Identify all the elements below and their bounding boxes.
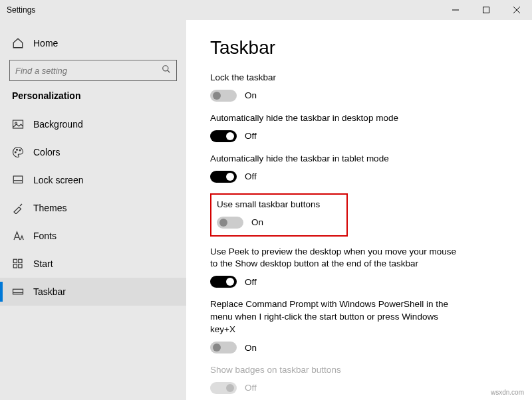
- sidebar-item-lockscreen[interactable]: Lock screen: [0, 166, 186, 194]
- window-title: Settings: [7, 5, 440, 15]
- toggle-state: Off: [245, 131, 257, 141]
- sidebar-item-label: Taskbar: [33, 286, 66, 297]
- search-field[interactable]: [15, 66, 162, 76]
- toggle-autohide-tablet[interactable]: [210, 171, 237, 183]
- setting-lock-taskbar: Lock the taskbar On: [210, 72, 508, 102]
- setting-label: Automatically hide the taskbar in deskto…: [210, 112, 456, 125]
- themes-icon: [12, 202, 24, 214]
- svg-point-4: [163, 66, 168, 71]
- svg-rect-15: [19, 259, 22, 262]
- fonts-icon: [12, 230, 24, 242]
- sidebar: Home Personalization Background Colors: [0, 20, 186, 400]
- sidebar-item-colors[interactable]: Colors: [0, 138, 186, 166]
- sidebar-item-label: Themes: [33, 203, 67, 213]
- palette-icon: [12, 146, 24, 158]
- setting-label: Automatically hide the taskbar in tablet…: [210, 153, 456, 165]
- sidebar-item-themes[interactable]: Themes: [0, 194, 186, 222]
- svg-line-5: [168, 70, 170, 73]
- lockscreen-icon: [12, 174, 24, 186]
- toggle-state: Off: [245, 171, 257, 181]
- setting-label: Replace Command Prompt with Windows Powe…: [210, 298, 456, 336]
- svg-rect-16: [13, 264, 17, 268]
- svg-rect-14: [13, 259, 17, 262]
- sidebar-item-taskbar[interactable]: Taskbar: [0, 278, 186, 306]
- window-controls: [440, 0, 532, 20]
- sidebar-item-background[interactable]: Background: [0, 110, 186, 138]
- picture-icon: [12, 118, 24, 130]
- toggle-small-buttons[interactable]: [217, 217, 243, 229]
- page-title: Taskbar: [210, 37, 508, 58]
- toggle-powershell[interactable]: [210, 342, 237, 353]
- start-icon: [12, 258, 24, 270]
- toggle-state: On: [245, 90, 257, 100]
- toggle-badges: [210, 382, 237, 394]
- titlebar: Settings: [0, 0, 532, 20]
- search-icon: [162, 64, 171, 76]
- toggle-state: Off: [245, 383, 257, 393]
- toggle-peek[interactable]: [210, 276, 237, 288]
- home-icon: [12, 37, 24, 49]
- search-input[interactable]: [9, 60, 177, 81]
- svg-point-10: [19, 150, 21, 151]
- sidebar-item-fonts[interactable]: Fonts: [0, 222, 186, 250]
- toggle-state: On: [245, 343, 257, 353]
- toggle-autohide-desktop[interactable]: [210, 130, 237, 142]
- svg-rect-17: [19, 264, 22, 268]
- watermark: wsxdn.com: [491, 389, 524, 396]
- sidebar-item-label: Background: [33, 119, 83, 130]
- sidebar-item-start[interactable]: Start: [0, 250, 186, 278]
- sidebar-item-label: Lock screen: [33, 175, 83, 185]
- svg-rect-11: [13, 176, 23, 183]
- sidebar-item-label: Start: [33, 258, 53, 269]
- setting-label: Use Peek to preview the desktop when you…: [210, 246, 456, 271]
- svg-rect-18: [13, 289, 23, 294]
- toggle-state: Off: [245, 277, 257, 287]
- setting-label: Use small taskbar buttons: [217, 199, 320, 211]
- home-label: Home: [33, 38, 58, 49]
- setting-small-buttons: Use small taskbar buttons On: [217, 199, 320, 229]
- setting-badges: Show badges on taskbar buttons Off: [210, 364, 508, 394]
- setting-autohide-desktop: Automatically hide the taskbar in deskto…: [210, 112, 508, 142]
- svg-point-8: [15, 151, 16, 153]
- minimize-button[interactable]: [440, 0, 471, 20]
- svg-point-9: [17, 149, 18, 150]
- toggle-state: On: [251, 217, 263, 227]
- maximize-button[interactable]: [471, 0, 501, 20]
- setting-powershell: Replace Command Prompt with Windows Powe…: [210, 298, 508, 353]
- sidebar-item-label: Fonts: [33, 231, 57, 241]
- setting-label: Show badges on taskbar buttons: [210, 364, 456, 377]
- main-content: Taskbar Lock the taskbar On Automaticall…: [186, 20, 532, 400]
- close-button[interactable]: [501, 0, 532, 20]
- highlight-small-buttons: Use small taskbar buttons On: [210, 193, 348, 237]
- sidebar-item-label: Colors: [33, 147, 60, 157]
- toggle-lock-taskbar[interactable]: [210, 90, 237, 102]
- taskbar-icon: [12, 286, 24, 298]
- home-button[interactable]: Home: [0, 31, 186, 56]
- setting-peek: Use Peek to preview the desktop when you…: [210, 246, 508, 288]
- setting-label: Lock the taskbar: [210, 72, 456, 84]
- svg-rect-1: [483, 7, 489, 13]
- setting-autohide-tablet: Automatically hide the taskbar in tablet…: [210, 153, 508, 183]
- category-label: Personalization: [0, 90, 186, 110]
